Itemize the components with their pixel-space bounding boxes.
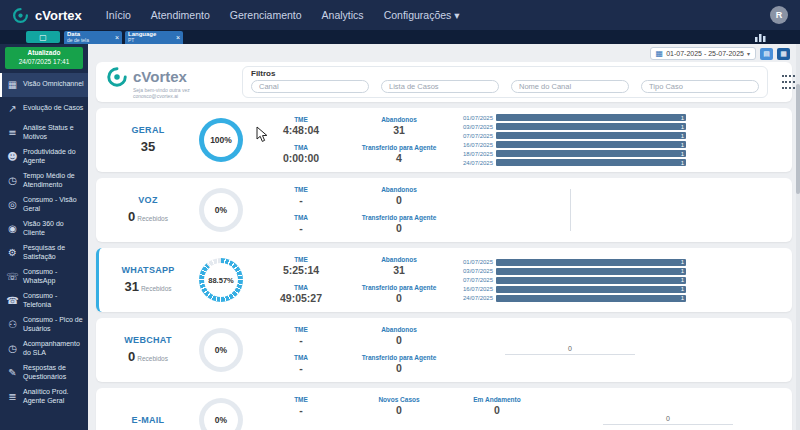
bar-value: 1 — [681, 151, 686, 157]
sidebar-item-evolu-o-de-casos[interactable]: ↗Evolução de Casos — [0, 97, 88, 121]
bar: 1 — [496, 159, 686, 166]
bar-row: 16/07/20251 — [454, 140, 686, 149]
metric: TME- — [252, 186, 350, 206]
metric-label: TME — [294, 116, 308, 123]
channel-chart: 01/07/2025103/07/2025107/07/2025116/07/2… — [454, 258, 686, 303]
bar-date-label: 03/07/2025 — [454, 124, 496, 130]
metric-label: Abandonos — [381, 186, 417, 193]
channel-name: WEBCHAT — [106, 335, 190, 345]
sidebar-item-label: Consumo - WhatsApp — [23, 268, 85, 285]
metric-value: - — [299, 194, 303, 206]
date-range-picker[interactable]: ▦ 01-07-2025 - 25-07-2025 ▾ — [650, 47, 756, 60]
metric-value: 31 — [393, 264, 405, 276]
channel-received: 35 — [106, 137, 190, 155]
bar-value: 1 — [681, 142, 686, 148]
bar-date-label: 24/07/2025 — [454, 160, 496, 166]
received-count: 31 — [124, 279, 138, 294]
sidebar-item-tempo-m-dio-de-atendimento[interactable]: ◷Tempo Médio de Atendimento — [0, 169, 88, 193]
updated-label: Atualizado — [5, 49, 83, 58]
bar-chart-icon[interactable] — [755, 33, 766, 42]
metric-label: TMA — [294, 354, 308, 361]
channel-info: GERAL35 — [106, 125, 190, 155]
bar-date-label: 07/07/2025 — [454, 133, 496, 139]
bar-row: 18/07/20251 — [454, 149, 686, 158]
bar: 1 — [496, 141, 686, 148]
filter-input-nome-do-canal[interactable] — [511, 80, 629, 93]
axis-line — [505, 354, 635, 355]
channel-card-whatsapp: WHATSAPP31Recebidos88.57%TME5:25:14TMA49… — [96, 248, 792, 312]
clock-icon: ◷ — [6, 343, 19, 354]
metric-label: Novos Casos — [378, 396, 419, 403]
metric-value: 0 — [396, 362, 402, 374]
attendance-donut: 88.57% — [199, 258, 243, 302]
grid-icon: ▦ — [6, 79, 19, 90]
nav-item-atendimento[interactable]: Atendimento — [151, 9, 210, 21]
tab-subtitle: PT — [128, 38, 174, 44]
donut-percent: 0% — [215, 205, 227, 215]
filter-input-canal[interactable] — [251, 80, 369, 93]
metric-label: TMA — [294, 214, 308, 221]
metric: TME4:48:04 — [252, 116, 350, 136]
bar-row: 03/07/20251 — [454, 122, 686, 131]
user-avatar[interactable]: R — [770, 6, 788, 24]
expand-view-button[interactable]: ▢ — [26, 31, 60, 43]
main-content: ▦ 01-07-2025 - 25-07-2025 ▾ ▤ ▦ cVortex … — [88, 44, 800, 430]
channel-received: 0Recebidos — [106, 207, 190, 225]
sidebar-item-consumo-whatsapp[interactable]: ☏Consumo - WhatsApp — [0, 265, 88, 289]
metrics-col-2: Abandonos0Transferido para Agente0 — [350, 184, 448, 236]
nav-item-inicio[interactable]: Início — [106, 9, 131, 21]
metrics-col-1: TME-TMA- — [252, 184, 350, 236]
nav-item-gerenciamento[interactable]: Gerenciamento — [230, 9, 302, 21]
received-label: Recebidos — [141, 285, 172, 292]
sidebar-item-consumo-vis-o-geral[interactable]: ◎Consumo - Visão Geral — [0, 193, 88, 217]
sidebar-item-pesquisas-de-satisfa-o[interactable]: ⚙Pesquisas de Satisfação — [0, 241, 88, 265]
bar-date-label: 01/07/2025 — [454, 115, 496, 121]
grid-view-button[interactable]: ▤ — [760, 48, 773, 60]
tab-data[interactable]: Datade de tela× — [64, 31, 122, 44]
sidebar-item-anal-tico-prod-agente-geral[interactable]: ≣Analítico Prod. Agente Geral — [0, 385, 88, 409]
sidebar-item-an-lise-status-e-motivos[interactable]: ≡Análise Status e Motivos — [0, 121, 88, 145]
sidebar-item-consumo-pico-de-usu-rios[interactable]: ⚇Consumo - Pico de Usuários — [0, 313, 88, 337]
sidebar-item-label: Consumo - Pico de Usuários — [23, 316, 85, 333]
bar-date-label: 07/07/2025 — [454, 277, 496, 283]
filter-input-tipo-caso[interactable] — [641, 80, 759, 93]
metric: Abandonos0 — [350, 326, 448, 346]
close-icon[interactable]: × — [176, 34, 180, 41]
bar: 1 — [496, 150, 686, 157]
open-tabs: Datade de tela×LanguagePT× — [64, 30, 183, 44]
channel-info: VOZ0Recebidos — [106, 195, 190, 225]
attendance-donut: 100% — [199, 118, 243, 162]
nav-item-analytics[interactable]: Analytics — [322, 9, 364, 21]
attendance-donut: 0% — [199, 188, 243, 232]
filter-inputs-row — [251, 80, 759, 93]
list-view-button[interactable]: ▦ — [777, 48, 790, 60]
metrics-col-2: Abandonos31Transferido para Agente4 — [350, 114, 448, 166]
bar: 1 — [496, 268, 686, 275]
close-icon[interactable]: × — [115, 34, 119, 41]
sidebar-item-produtividade-do-agente[interactable]: ☻Produtividade do Agente — [0, 145, 88, 169]
metric: Transferido para Agente0 — [350, 354, 448, 374]
bar: 1 — [496, 132, 686, 139]
scrollbar-thumb[interactable] — [796, 84, 800, 194]
bar-value: 1 — [681, 160, 686, 166]
sidebar-item-vis-o-360-do-cliente[interactable]: ◉Visão 360 do Cliente — [0, 217, 88, 241]
filters-panel: Filtros — [242, 66, 768, 98]
sidebar-item-consumo-telefonia[interactable]: ☎Consumo - Telefonia — [0, 289, 88, 313]
metric-value: 0 — [396, 194, 402, 206]
sidebar-item-acompanhamento-do-sla[interactable]: ◷Acompanhamento do SLA — [0, 337, 88, 361]
nav-item-configuracoes[interactable]: Configurações ▾ — [384, 9, 460, 21]
sidebar-item-label: Respostas de Questionários — [23, 364, 85, 381]
tab-language[interactable]: LanguagePT× — [125, 31, 183, 44]
sidebar-item-respostas-de-question-rios[interactable]: ✎Respostas de Questionários — [0, 361, 88, 385]
doc-icon: ✎ — [6, 367, 19, 378]
channel-name: VOZ — [106, 195, 190, 205]
bar-row: 07/07/20251 — [454, 276, 686, 285]
bar-date-label: 24/07/2025 — [454, 295, 496, 301]
sidebar-item-vis-o-omnichannel[interactable]: ▦Visão Omnichannel — [0, 73, 88, 97]
metric: TMA- — [252, 354, 350, 374]
chevron-down-icon: ▾ — [747, 50, 750, 57]
updated-timestamp: 24/07/2025 17:41 — [19, 58, 70, 65]
vertical-scrollbar[interactable] — [796, 44, 800, 430]
filter-input-lista-de-casos[interactable] — [381, 80, 499, 93]
sidebar-item-label: Análise Status e Motivos — [23, 124, 85, 141]
